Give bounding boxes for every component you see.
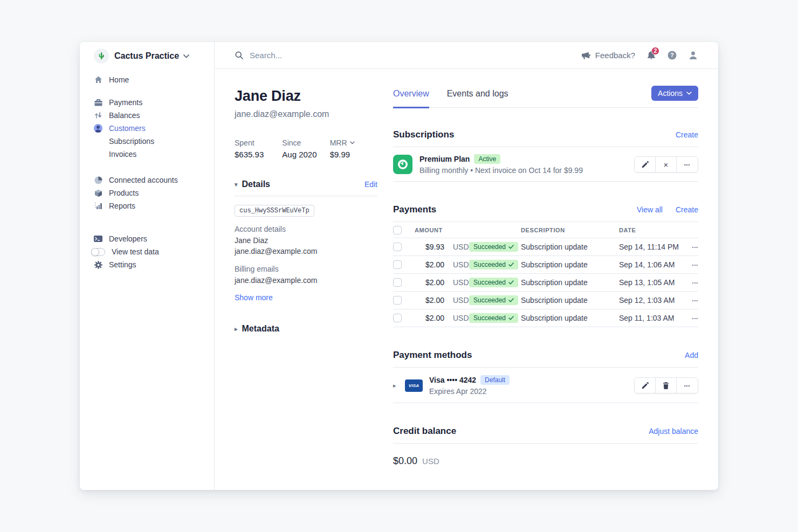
- account-switcher[interactable]: Cactus Practice: [94, 49, 214, 64]
- metadata-toggle[interactable]: ▸ Metadata: [235, 324, 377, 334]
- show-more-link[interactable]: Show more: [235, 293, 273, 302]
- subscriptions-section: Subscriptions Create Premium Plan Active: [393, 129, 698, 182]
- payment-row[interactable]: $2.00 USD Succeeded Subscription update …: [393, 292, 698, 309]
- more-icon[interactable]: •••: [685, 316, 698, 321]
- payment-currency: USD: [444, 243, 469, 251]
- sidebar-item-developers[interactable]: Developers: [94, 232, 214, 245]
- row-checkbox[interactable]: [393, 260, 402, 269]
- svg-text:?: ?: [670, 52, 673, 58]
- sidebar-item-reports[interactable]: Reports: [94, 199, 214, 212]
- expander-triangle-icon[interactable]: ▸: [393, 382, 405, 389]
- edit-details-link[interactable]: Edit: [364, 180, 377, 189]
- search-icon: [235, 51, 243, 59]
- sidebar-item-label: Balances: [109, 111, 140, 120]
- triangle-right-icon: ▸: [235, 326, 238, 333]
- stat-label-text: MRR: [330, 139, 347, 147]
- status-badge: Succeeded: [469, 242, 518, 252]
- search-bar[interactable]: [235, 51, 582, 60]
- briefcase-icon: [94, 98, 102, 107]
- more-icon[interactable]: •••: [685, 262, 698, 267]
- stat-since: Since Aug 2020: [282, 139, 329, 159]
- customer-name: Jane Diaz: [235, 88, 377, 105]
- credit-balance-section: Credit balance Adjust balance $0.00 USD: [393, 426, 698, 467]
- add-payment-method-link[interactable]: Add: [685, 351, 698, 360]
- test-data-toggle[interactable]: [91, 248, 105, 256]
- payment-row[interactable]: $2.00 USD Succeeded Subscription update …: [393, 256, 698, 274]
- profile-button[interactable]: [689, 51, 698, 60]
- toggle-knob: [91, 248, 99, 256]
- payment-amount: $2.00: [415, 314, 444, 322]
- edit-subscription-button[interactable]: [635, 157, 656, 172]
- sidebar-item-home[interactable]: Home: [94, 73, 214, 86]
- create-subscription-link[interactable]: Create: [676, 130, 698, 139]
- create-payment-link[interactable]: Create: [676, 205, 698, 214]
- stat-value: $9.99: [330, 150, 377, 159]
- sidebar-item-label: Subscriptions: [109, 137, 154, 146]
- check-icon: [508, 280, 514, 285]
- status-badge: Active: [474, 154, 500, 164]
- cancel-subscription-button[interactable]: ×: [656, 157, 677, 172]
- payment-description: Subscription update: [521, 278, 619, 287]
- sidebar-item-payments[interactable]: Payments: [94, 96, 214, 109]
- credit-balance-amount: $0.00: [393, 455, 417, 467]
- search-input[interactable]: [250, 51, 411, 60]
- visa-card-icon: VISA: [405, 379, 423, 392]
- delete-card-button[interactable]: [656, 378, 677, 393]
- bar-chart-icon: [94, 202, 102, 210]
- view-all-payments-link[interactable]: View all: [637, 205, 663, 214]
- sidebar-item-view-test-data[interactable]: View test data: [94, 245, 214, 258]
- details-title: Details: [242, 179, 270, 189]
- column-description: DESCRIPTION: [521, 227, 619, 233]
- card-info: Visa •••• 4242 Default Expires Apr 2022: [429, 375, 634, 396]
- edit-card-button[interactable]: [635, 378, 656, 393]
- subscription-clock-icon: [393, 155, 412, 174]
- row-checkbox[interactable]: [393, 314, 402, 322]
- subscription-row[interactable]: Premium Plan Active Billing monthly • Ne…: [393, 147, 698, 182]
- credit-balance-title: Credit balance: [393, 426, 456, 437]
- payment-amount: $2.00: [415, 296, 444, 305]
- select-all-checkbox[interactable]: [393, 226, 402, 234]
- payment-row[interactable]: $2.00 USD Succeeded Subscription update …: [393, 274, 698, 292]
- check-icon: [508, 262, 514, 267]
- customer-id-badge[interactable]: cus_HwySSSrWEuVeTp: [235, 205, 314, 217]
- more-card-button[interactable]: •••: [677, 378, 698, 393]
- stat-mrr: MRR $9.99: [330, 139, 377, 159]
- more-subscription-button[interactable]: •••: [677, 157, 698, 172]
- sidebar-item-label: Home: [109, 75, 129, 84]
- arrows-up-down-icon: [94, 111, 102, 120]
- payment-description: Subscription update: [521, 260, 619, 269]
- sidebar-item-connected-accounts[interactable]: Connected accounts: [94, 174, 214, 186]
- more-icon[interactable]: •••: [685, 298, 698, 303]
- row-checkbox[interactable]: [393, 296, 402, 305]
- more-icon[interactable]: •••: [685, 280, 698, 285]
- sidebar-item-products[interactable]: Products: [94, 186, 214, 199]
- sidebar-item-customers[interactable]: Customers: [94, 122, 214, 135]
- credit-balance-currency: USD: [422, 457, 439, 466]
- actions-button[interactable]: Actions: [651, 86, 698, 101]
- adjust-balance-link[interactable]: Adjust balance: [649, 427, 698, 436]
- payment-row[interactable]: $2.00 USD Succeeded Subscription update …: [393, 309, 698, 327]
- payment-amount: $2.00: [415, 278, 444, 287]
- tab-events-and-logs[interactable]: Events and logs: [447, 89, 508, 107]
- more-icon[interactable]: •••: [685, 245, 698, 250]
- sidebar-item-subscriptions[interactable]: Subscriptions: [94, 135, 214, 148]
- details-toggle[interactable]: ▾ Details: [235, 179, 270, 189]
- feedback-button[interactable]: Feedback?: [582, 51, 635, 60]
- tabs-row: Overview Events and logs Actions: [393, 89, 698, 108]
- help-button[interactable]: ?: [668, 51, 677, 60]
- sidebar-item-settings[interactable]: Settings: [94, 258, 214, 271]
- sidebar-item-invoices[interactable]: Invoices: [94, 148, 214, 161]
- pie-chart-icon: [94, 176, 102, 184]
- row-checkbox[interactable]: [393, 278, 402, 287]
- payment-row[interactable]: $9.93 USD Succeeded Subscription update …: [393, 238, 698, 256]
- row-checkbox[interactable]: [393, 243, 402, 251]
- trash-icon: [663, 382, 669, 389]
- notifications-button[interactable]: 2: [647, 51, 656, 60]
- chevron-down-icon: [686, 92, 692, 95]
- chevron-down-icon[interactable]: [350, 141, 355, 144]
- tab-overview[interactable]: Overview: [393, 89, 429, 108]
- sidebar-item-balances[interactable]: Balances: [94, 109, 214, 122]
- column-date: DATE: [619, 227, 685, 233]
- payment-method-row[interactable]: ▸ VISA Visa •••• 4242 Default Expires Ap…: [393, 368, 698, 403]
- triangle-down-icon: ▾: [235, 181, 238, 188]
